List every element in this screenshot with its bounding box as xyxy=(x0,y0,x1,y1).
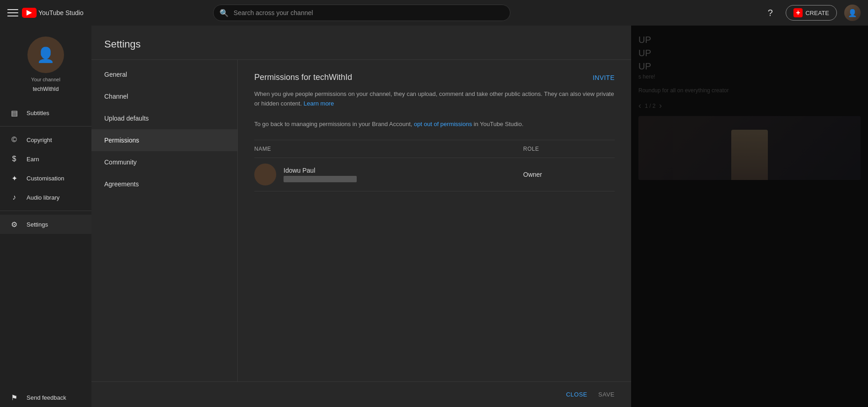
settings-icon: ⚙ xyxy=(9,219,19,229)
feedback-icon: ⚑ xyxy=(9,392,19,402)
hamburger-menu-icon[interactable] xyxy=(7,7,18,18)
customisation-icon: ✦ xyxy=(9,173,19,183)
channel-info: 👤 Your channel techWithId xyxy=(0,26,91,100)
avatar-image: 👤 xyxy=(844,5,861,21)
sidebar-item-settings[interactable]: ⚙ Settings xyxy=(0,215,91,234)
send-feedback-item[interactable]: ⚑ Send feedback xyxy=(0,388,91,407)
main-content: UP UP UP s here! Roundup for all on ever… xyxy=(91,26,868,407)
sidebar-label-earn: Earn xyxy=(27,156,39,163)
settings-dialog: Settings General Channel Upload defaults… xyxy=(91,26,631,407)
user-details: Idowu Paul xyxy=(284,167,357,182)
sidebar-label-settings: Settings xyxy=(27,221,48,228)
sidebar-item-audio-library[interactable]: ♪ Audio library xyxy=(0,188,91,207)
channel-label: Your channel xyxy=(31,77,60,82)
user-name: Idowu Paul xyxy=(284,167,357,174)
sidebar: 👤 Your channel techWithId ▤ Subtitles © … xyxy=(0,26,91,407)
permissions-description: When you give people permissions on your… xyxy=(254,90,615,109)
channel-avatar[interactable]: 👤 xyxy=(27,37,64,73)
sidebar-label-subtitles: Subtitles xyxy=(27,110,49,116)
sidebar-divider-1 xyxy=(0,126,91,127)
permissions-description-2: To go back to managing permissions in yo… xyxy=(254,120,615,129)
sidebar-item-customisation[interactable]: ✦ Customisation xyxy=(0,169,91,188)
opt-out-link[interactable]: opt out of permissions xyxy=(414,121,472,127)
logo-area: YouTube Studio xyxy=(7,7,84,18)
settings-nav-community[interactable]: Community xyxy=(91,151,237,173)
settings-nav-agreements[interactable]: Agreements xyxy=(91,173,237,195)
permissions-title: Permissions for techWithId xyxy=(254,73,352,82)
feedback-label: Send feedback xyxy=(27,394,66,401)
sidebar-item-subtitles[interactable]: ▤ Subtitles xyxy=(0,103,91,122)
yt-icon xyxy=(22,8,37,18)
sidebar-item-earn[interactable]: $ Earn xyxy=(0,149,91,169)
close-button[interactable]: CLOSE xyxy=(566,391,588,398)
table-row: Idowu Paul Owner xyxy=(254,158,615,191)
settings-footer: CLOSE SAVE xyxy=(91,381,631,407)
create-label: CREATE xyxy=(805,10,829,16)
permissions-table: Name Role Idowu Paul xyxy=(254,140,615,191)
table-header: Name Role xyxy=(254,140,615,158)
audio-library-icon: ♪ xyxy=(9,192,19,202)
youtube-logo: YouTube Studio xyxy=(22,8,84,18)
settings-nav-channel[interactable]: Channel xyxy=(91,85,237,107)
subtitles-icon: ▤ xyxy=(9,108,19,118)
user-email-placeholder xyxy=(284,176,357,182)
header: YouTube Studio 🔍 ? CREATE 👤 xyxy=(0,0,868,26)
earn-icon: $ xyxy=(9,154,19,164)
desc-part2: To go back to managing permissions in yo… xyxy=(254,121,412,127)
sidebar-navigation: ▤ Subtitles © Copyright $ Earn ✦ Customi… xyxy=(0,100,91,238)
settings-nav-general[interactable]: General xyxy=(91,63,237,85)
create-icon xyxy=(793,8,803,17)
user-role: Owner xyxy=(523,171,615,178)
sidebar-divider-2 xyxy=(0,211,91,211)
help-button[interactable]: ? xyxy=(762,5,778,21)
sidebar-label-copyright: Copyright xyxy=(27,137,52,143)
permissions-header: Permissions for techWithId INVITE xyxy=(254,73,615,82)
settings-sidebar-nav: General Channel Upload defaults Permissi… xyxy=(91,60,238,381)
header-right: ? CREATE 👤 xyxy=(762,5,861,21)
channel-avatar-image: 👤 xyxy=(27,37,64,73)
channel-name: techWithId xyxy=(33,86,59,92)
settings-body: General Channel Upload defaults Permissi… xyxy=(91,60,631,381)
learn-more-link[interactable]: Learn more xyxy=(304,100,334,107)
studio-label: YouTube Studio xyxy=(38,9,84,16)
invite-button[interactable]: INVITE xyxy=(593,74,615,81)
search-input[interactable] xyxy=(213,5,510,21)
copyright-icon: © xyxy=(9,135,19,145)
col-name-header: Name xyxy=(254,146,523,152)
desc-part3: in YouTube Studio. xyxy=(474,121,524,127)
sidebar-label-customisation: Customisation xyxy=(27,175,64,182)
settings-dialog-title: Settings xyxy=(91,26,631,60)
user-info: Idowu Paul xyxy=(254,164,523,185)
dialog-overlay: Settings General Channel Upload defaults… xyxy=(91,26,868,407)
user-avatar-cell xyxy=(254,164,276,185)
sidebar-label-audio-library: Audio library xyxy=(27,194,59,201)
search-icon: 🔍 xyxy=(220,9,229,17)
save-button[interactable]: SAVE xyxy=(598,391,615,398)
permissions-content: Permissions for techWithId INVITE When y… xyxy=(238,60,631,381)
user-avatar-image xyxy=(254,164,276,185)
settings-nav-upload-defaults[interactable]: Upload defaults xyxy=(91,107,237,129)
col-role-header: Role xyxy=(523,146,615,152)
settings-nav-permissions[interactable]: Permissions xyxy=(91,129,237,151)
search-bar: 🔍 xyxy=(213,5,510,21)
user-avatar[interactable]: 👤 xyxy=(844,5,861,21)
sidebar-item-copyright[interactable]: © Copyright xyxy=(0,130,91,149)
create-button[interactable]: CREATE xyxy=(786,5,837,21)
